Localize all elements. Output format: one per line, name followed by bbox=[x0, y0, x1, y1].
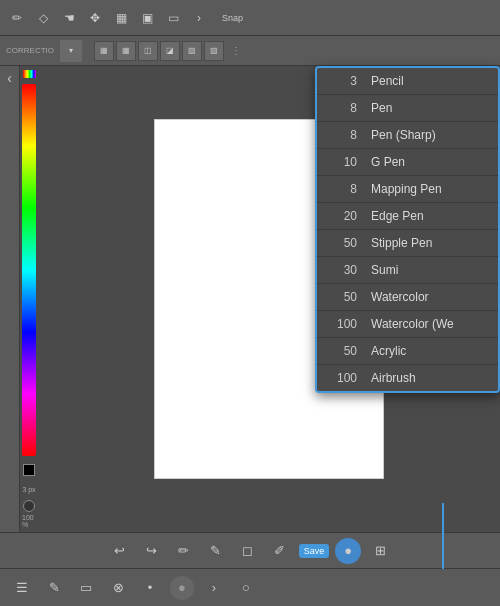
avatar-icon[interactable]: ● bbox=[170, 576, 194, 600]
brush-name: Pencil bbox=[371, 74, 404, 88]
move-tool-icon[interactable]: ✥ bbox=[84, 7, 106, 29]
diamond-tool-icon[interactable]: ◇ bbox=[32, 7, 54, 29]
snap-icon-5[interactable]: ▧ bbox=[182, 41, 202, 61]
snap-icons: ▦ ▦ ◫ ◪ ▧ ▨ ⋮ bbox=[94, 41, 246, 61]
panel-connector-line bbox=[442, 503, 444, 569]
rect-bottom-icon[interactable]: ▭ bbox=[74, 576, 98, 600]
fill-tool-icon[interactable]: ▣ bbox=[136, 7, 158, 29]
brush-size: 3 bbox=[329, 74, 357, 88]
brush-size: 50 bbox=[329, 236, 357, 250]
brush-item[interactable]: 8Pen (Sharp) bbox=[317, 122, 498, 149]
color-gradient-strip[interactable] bbox=[22, 84, 36, 456]
overflow-icon[interactable]: › bbox=[188, 7, 210, 29]
select-tool-icon[interactable]: ▦ bbox=[110, 7, 132, 29]
snap-group: Snap bbox=[218, 13, 243, 23]
pencil-bottom-icon[interactable]: ✎ bbox=[203, 538, 229, 564]
top-toolbar: ✏ ◇ ☚ ✥ ▦ ▣ ▭ › Snap bbox=[0, 0, 500, 36]
snap-icon-3[interactable]: ◫ bbox=[138, 41, 158, 61]
brush-name: Stipple Pen bbox=[371, 236, 432, 250]
brush-name: Mapping Pen bbox=[371, 182, 442, 196]
brush-name: Edge Pen bbox=[371, 209, 424, 223]
arrow-right-bottom-icon[interactable]: › bbox=[202, 576, 226, 600]
correction-dropdown[interactable]: ▾ bbox=[60, 40, 82, 62]
left-nav-arrow[interactable]: ‹ bbox=[7, 70, 12, 86]
brush-size: 10 bbox=[329, 155, 357, 169]
snap-icon-2[interactable]: ▦ bbox=[116, 41, 136, 61]
eraser-bottom-icon[interactable]: ◻ bbox=[235, 538, 261, 564]
brush-size: 8 bbox=[329, 182, 357, 196]
brush-item[interactable]: 20Edge Pen bbox=[317, 203, 498, 230]
left-nav: ‹ bbox=[0, 66, 20, 532]
brush-size: 100 bbox=[329, 317, 357, 331]
brush-size: 100 bbox=[329, 371, 357, 385]
bottom-toolbar: ↩ ↪ ✏ ✎ ◻ ✐ Save ● ⊞ bbox=[0, 532, 500, 568]
size-display: 3 px bbox=[22, 478, 35, 496]
brush-name: Pen (Sharp) bbox=[371, 128, 436, 142]
brush-size: 30 bbox=[329, 263, 357, 277]
brush-size: 50 bbox=[329, 290, 357, 304]
brush-item[interactable]: 50Stipple Pen bbox=[317, 230, 498, 257]
primary-color-swatch[interactable] bbox=[23, 464, 35, 476]
brush-name: Acrylic bbox=[371, 344, 406, 358]
app-container: ✏ ◇ ☚ ✥ ▦ ▣ ▭ › Snap CORRECTIO ▾ ▦ ▦ ◫ ◪… bbox=[0, 0, 500, 606]
dot-icon[interactable]: • bbox=[138, 576, 162, 600]
brush-name: Sumi bbox=[371, 263, 398, 277]
hue-bar bbox=[23, 70, 36, 78]
brush-size: 8 bbox=[329, 101, 357, 115]
snap-label: Snap bbox=[222, 13, 243, 23]
brush-panel: 3Pencil8Pen8Pen (Sharp)10G Pen8Mapping P… bbox=[315, 66, 500, 393]
brush-size: 8 bbox=[329, 128, 357, 142]
brush-name: Airbrush bbox=[371, 371, 416, 385]
hand-tool-icon[interactable]: ☚ bbox=[58, 7, 80, 29]
save-button[interactable]: Save bbox=[299, 544, 330, 558]
brush-item[interactable]: 30Sumi bbox=[317, 257, 498, 284]
brush-selector-icon[interactable]: ● bbox=[335, 538, 361, 564]
circle-bottom-icon[interactable]: ○ bbox=[234, 576, 258, 600]
brush-size: 50 bbox=[329, 344, 357, 358]
edit-bottom-icon[interactable]: ✎ bbox=[42, 576, 66, 600]
brush-name: G Pen bbox=[371, 155, 405, 169]
edit-layer-icon[interactable]: ✐ bbox=[267, 538, 293, 564]
correction-label: CORRECTIO bbox=[6, 46, 54, 55]
grid-bottom-icon[interactable]: ⊞ bbox=[367, 538, 393, 564]
brush-item[interactable]: 100Watercolor (We bbox=[317, 311, 498, 338]
color-palette: 3 px 100 % bbox=[20, 66, 38, 532]
color-circle[interactable] bbox=[23, 500, 35, 512]
pen-bottom-icon[interactable]: ✏ bbox=[171, 538, 197, 564]
undo-icon[interactable]: ↩ bbox=[107, 538, 133, 564]
menu-bottom-icon[interactable]: ☰ bbox=[10, 576, 34, 600]
brush-name: Watercolor (We bbox=[371, 317, 454, 331]
brush-item[interactable]: 8Mapping Pen bbox=[317, 176, 498, 203]
snap-icon-6[interactable]: ▨ bbox=[204, 41, 224, 61]
brush-item[interactable]: 50Watercolor bbox=[317, 284, 498, 311]
snap-icon-1[interactable]: ▦ bbox=[94, 41, 114, 61]
brush-item[interactable]: 10G Pen bbox=[317, 149, 498, 176]
zoom-label: 100 % bbox=[22, 514, 36, 528]
brush-item[interactable]: 8Pen bbox=[317, 95, 498, 122]
snap-icon-4[interactable]: ◪ bbox=[160, 41, 180, 61]
brush-item[interactable]: 100Airbrush bbox=[317, 365, 498, 391]
lasso-bottom-icon[interactable]: ⊗ bbox=[106, 576, 130, 600]
second-toolbar: CORRECTIO ▾ ▦ ▦ ◫ ◪ ▧ ▨ ⋮ bbox=[0, 36, 500, 66]
snap-more-icon[interactable]: ⋮ bbox=[226, 41, 246, 61]
brush-name: Pen bbox=[371, 101, 392, 115]
size-label: 3 px bbox=[22, 486, 35, 493]
brush-item[interactable]: 50Acrylic bbox=[317, 338, 498, 365]
brush-item[interactable]: 3Pencil bbox=[317, 68, 498, 95]
brush-size: 20 bbox=[329, 209, 357, 223]
pencil-tool-icon[interactable]: ✏ bbox=[6, 7, 28, 29]
shape-tool-icon[interactable]: ▭ bbox=[162, 7, 184, 29]
very-bottom-bar: ☰ ✎ ▭ ⊗ • ● › ○ bbox=[0, 568, 500, 606]
brush-name: Watercolor bbox=[371, 290, 429, 304]
redo-icon[interactable]: ↪ bbox=[139, 538, 165, 564]
palette-bottom: 3 px 100 % bbox=[20, 460, 38, 532]
